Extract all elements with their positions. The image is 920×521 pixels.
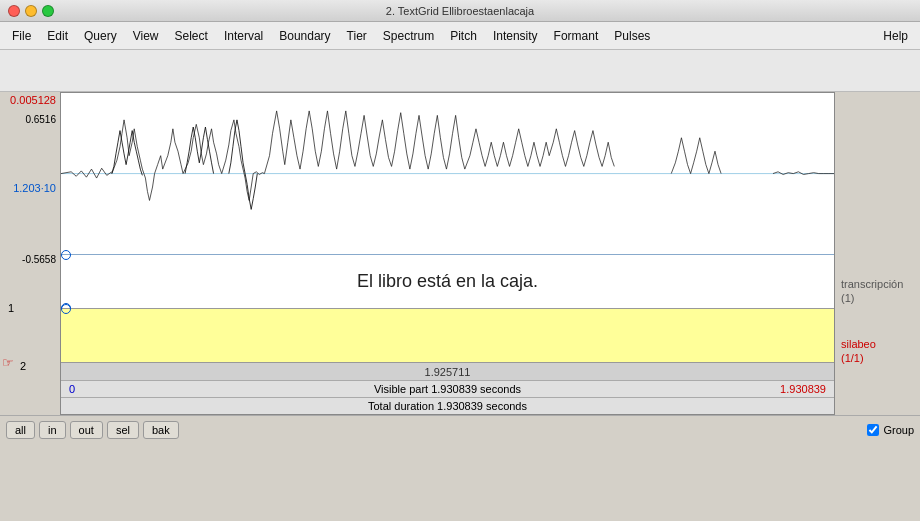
toolbar-strip xyxy=(0,50,920,92)
window-controls xyxy=(8,5,54,17)
tier1-text: El libro está en la caja. xyxy=(357,271,538,292)
tier1-circle-left xyxy=(61,250,71,260)
sel-button[interactable]: sel xyxy=(107,421,139,439)
tier2-number: 2 xyxy=(20,360,26,372)
visible-info-bar: 0 Visible part 1.930839 seconds 1.930839 xyxy=(61,381,834,397)
right-labels: transcripción(1) silabeo(1/1) xyxy=(835,92,920,415)
center-panel: El libro está en la caja. 1.925711 0 Vis… xyxy=(60,92,835,415)
menu-formant[interactable]: Formant xyxy=(546,26,607,46)
visible-start: 0 xyxy=(69,383,75,395)
group-label: Group xyxy=(883,424,914,436)
amplitude-bottom-label: -0.5658 xyxy=(22,254,56,265)
tier2-annotation[interactable] xyxy=(61,309,834,363)
time-position-value: 1.925711 xyxy=(425,366,471,378)
menu-bar: File Edit Query View Select Interval Bou… xyxy=(0,22,920,50)
menu-select[interactable]: Select xyxy=(167,26,216,46)
out-button[interactable]: out xyxy=(70,421,103,439)
tier1-number: 1 xyxy=(8,302,14,314)
group-checkbox[interactable] xyxy=(867,424,879,436)
visible-end: 1.930839 xyxy=(780,383,826,395)
tier1-right-label: transcripción(1) xyxy=(841,277,903,306)
close-button[interactable] xyxy=(8,5,20,17)
bottom-toolbar: all in out sel bak Group xyxy=(0,415,920,443)
menu-boundary[interactable]: Boundary xyxy=(271,26,338,46)
menu-query[interactable]: Query xyxy=(76,26,125,46)
menu-file[interactable]: File xyxy=(4,26,39,46)
menu-interval[interactable]: Interval xyxy=(216,26,271,46)
tier2-ear-icon: ☞ xyxy=(2,355,14,370)
title-bar: 2. TextGrid Ellibroestaenlacaja xyxy=(0,0,920,22)
menu-pulses[interactable]: Pulses xyxy=(606,26,658,46)
visible-text: Visible part 1.930839 seconds xyxy=(374,383,521,395)
tier2-circle xyxy=(61,304,71,314)
left-axis: 0.005128 0.6516 1.203·10 -0.5658 1 ☞ 2 xyxy=(0,92,60,415)
time-position-bar: 1.925711 xyxy=(61,363,834,381)
menu-tier[interactable]: Tier xyxy=(339,26,375,46)
menu-view[interactable]: View xyxy=(125,26,167,46)
in-button[interactable]: in xyxy=(39,421,66,439)
minimize-button[interactable] xyxy=(25,5,37,17)
total-duration-text: Total duration 1.930839 seconds xyxy=(368,400,527,412)
amplitude-top-label: 0.6516 xyxy=(25,114,56,125)
tier1-annotation[interactable]: El libro está en la caja. xyxy=(61,255,834,309)
all-button[interactable]: all xyxy=(6,421,35,439)
tier2-right-label: silabeo(1/1) xyxy=(841,337,876,366)
group-checkbox-container[interactable]: Group xyxy=(867,424,914,436)
waveform-svg xyxy=(61,93,834,254)
total-duration-bar: Total duration 1.930839 seconds xyxy=(61,398,834,414)
bak-button[interactable]: bak xyxy=(143,421,179,439)
menu-pitch[interactable]: Pitch xyxy=(442,26,485,46)
menu-intensity[interactable]: Intensity xyxy=(485,26,546,46)
menu-help[interactable]: Help xyxy=(875,26,916,46)
time-cursor-label: 0.005128 xyxy=(10,94,56,106)
waveform-area[interactable] xyxy=(61,93,834,255)
menu-spectrum[interactable]: Spectrum xyxy=(375,26,442,46)
maximize-button[interactable] xyxy=(42,5,54,17)
menu-edit[interactable]: Edit xyxy=(39,26,76,46)
window-title: 2. TextGrid Ellibroestaenlacaja xyxy=(386,5,534,17)
amplitude-center-label: 1.203·10 xyxy=(13,182,56,194)
